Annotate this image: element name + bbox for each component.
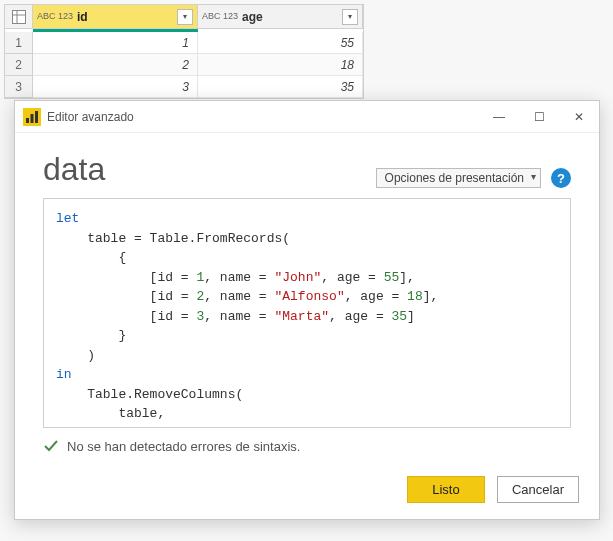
grid-header-row: ABC 123 id ▾ ABC 123 age ▾: [5, 5, 363, 29]
datatype-icon: ABC 123: [37, 12, 73, 21]
titlebar[interactable]: Editor avanzado — ☐ ✕: [15, 101, 599, 133]
table-row: 2 18: [33, 54, 363, 76]
close-button[interactable]: ✕: [559, 101, 599, 132]
query-name-heading: data: [43, 151, 105, 188]
cell-age[interactable]: 18: [198, 54, 363, 75]
cell-id[interactable]: 3: [33, 76, 198, 97]
row-number[interactable]: 2: [5, 54, 32, 76]
syntax-status-text: No se han detectado errores de sintaxis.: [67, 439, 300, 454]
column-header-id[interactable]: ABC 123 id ▾: [33, 5, 198, 29]
cell-age[interactable]: 55: [198, 32, 363, 53]
table-row: 3 35: [33, 76, 363, 98]
cell-id[interactable]: 2: [33, 54, 198, 75]
done-button[interactable]: Listo: [407, 476, 485, 503]
table-row: 1 55: [33, 32, 363, 54]
code-editor[interactable]: let table = Table.FromRecords( { [id = 1…: [43, 198, 571, 428]
svg-rect-5: [31, 114, 34, 123]
cell-id[interactable]: 1: [33, 32, 198, 53]
syntax-status: No se han detectado errores de sintaxis.: [43, 438, 571, 454]
row-number[interactable]: 3: [5, 76, 32, 98]
display-options-dropdown[interactable]: Opciones de presentación: [376, 168, 541, 188]
table-icon: [12, 10, 26, 24]
svg-rect-0: [12, 10, 25, 23]
dialog-footer: Listo Cancelar: [15, 462, 599, 519]
row-number[interactable]: 1: [5, 32, 32, 54]
minimize-button[interactable]: —: [479, 101, 519, 132]
filter-button[interactable]: ▾: [177, 9, 193, 25]
column-name: id: [77, 10, 177, 24]
advanced-editor-dialog: Editor avanzado — ☐ ✕ data Opciones de p…: [14, 100, 600, 520]
svg-rect-4: [26, 118, 29, 123]
powerbi-logo-icon: [23, 108, 41, 126]
datatype-icon: ABC 123: [202, 12, 238, 21]
cancel-button[interactable]: Cancelar: [497, 476, 579, 503]
grid-corner[interactable]: [5, 5, 33, 29]
maximize-button[interactable]: ☐: [519, 101, 559, 132]
dialog-title: Editor avanzado: [47, 110, 479, 124]
data-grid: ABC 123 id ▾ ABC 123 age ▾ 1 2 3 1 55 2 …: [4, 4, 364, 99]
check-icon: [43, 438, 59, 454]
column-header-age[interactable]: ABC 123 age ▾: [198, 5, 363, 29]
cell-age[interactable]: 35: [198, 76, 363, 97]
help-icon[interactable]: ?: [551, 168, 571, 188]
svg-rect-6: [35, 111, 38, 123]
column-name: age: [242, 10, 342, 24]
row-number-column: 1 2 3: [5, 32, 33, 98]
filter-button[interactable]: ▾: [342, 9, 358, 25]
